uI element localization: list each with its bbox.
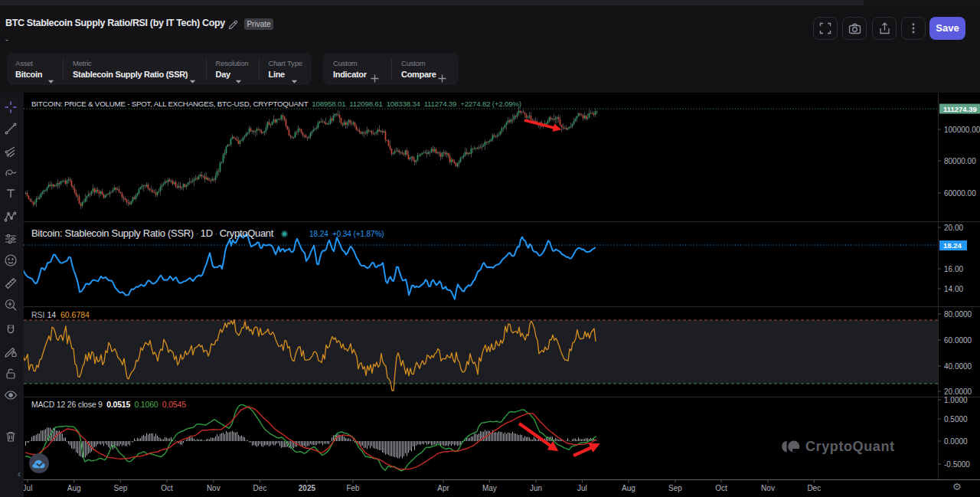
svg-text:111274.39: 111274.39 xyxy=(943,105,977,113)
svg-text:Sep: Sep xyxy=(668,484,682,492)
svg-text:2025: 2025 xyxy=(299,484,316,492)
svg-text:18.24: 18.24 xyxy=(943,241,962,250)
svg-text:-0.5000: -0.5000 xyxy=(944,460,970,469)
svg-text:Dec: Dec xyxy=(807,484,821,492)
svg-text:16.00: 16.00 xyxy=(944,265,963,273)
svg-text:14.00: 14.00 xyxy=(944,285,963,293)
svg-text:Jul: Jul xyxy=(23,484,33,492)
svg-text:Jul: Jul xyxy=(577,484,587,492)
svg-text:40.0000: 40.0000 xyxy=(944,362,972,371)
svg-text:80.0000: 80.0000 xyxy=(944,310,972,319)
svg-text:Sep: Sep xyxy=(114,484,128,492)
svg-text:Nov: Nov xyxy=(207,484,220,492)
svg-text:Oct: Oct xyxy=(161,484,173,492)
svg-text:Nov: Nov xyxy=(761,484,775,492)
svg-text:0.0000: 0.0000 xyxy=(944,437,968,446)
svg-text:1.0000: 1.0000 xyxy=(944,396,968,404)
svg-text:Aug: Aug xyxy=(622,484,635,492)
svg-text:20.0000: 20.0000 xyxy=(944,387,972,396)
svg-text:Aug: Aug xyxy=(67,484,81,492)
svg-text:Dec: Dec xyxy=(253,484,267,492)
svg-text:0.5000: 0.5000 xyxy=(944,415,968,423)
svg-text:Apr: Apr xyxy=(437,484,449,492)
svg-text:80000.00: 80000.00 xyxy=(944,157,976,165)
svg-text:60.0000: 60.0000 xyxy=(944,336,972,345)
svg-text:60000.00: 60000.00 xyxy=(944,189,976,198)
svg-text:100000.00: 100000.00 xyxy=(944,126,980,134)
svg-text:Oct: Oct xyxy=(715,484,727,492)
svg-text:Jun: Jun xyxy=(530,484,542,492)
svg-text:20.00: 20.00 xyxy=(944,224,963,232)
svg-text:May: May xyxy=(482,484,497,492)
svg-text:Feb: Feb xyxy=(346,484,360,492)
